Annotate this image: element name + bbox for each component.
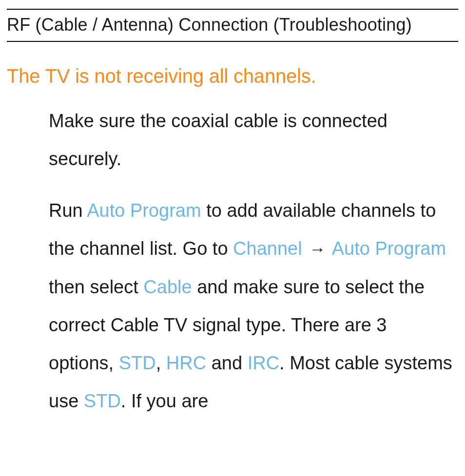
link-std[interactable]: STD: [119, 353, 156, 373]
issue-title: The TV is not receiving all channels.: [7, 65, 458, 87]
help-page: RF (Cable / Antenna) Connection (Trouble…: [0, 9, 465, 420]
link-auto-program-2[interactable]: Auto Program: [332, 238, 446, 259]
link-irc[interactable]: IRC: [248, 353, 279, 373]
arrow-icon: →: [307, 240, 328, 258]
link-channel[interactable]: Channel: [233, 238, 302, 259]
article-body: Make sure the coaxial cable is connected…: [7, 102, 458, 420]
link-hrc[interactable]: HRC: [166, 353, 206, 373]
text: ,: [156, 353, 166, 373]
text: and: [206, 353, 248, 373]
text: [302, 238, 308, 259]
text: . If you are: [121, 391, 209, 411]
link-std-2[interactable]: STD: [84, 391, 121, 411]
link-cable[interactable]: Cable: [143, 277, 192, 297]
link-auto-program[interactable]: Auto Program: [87, 200, 201, 221]
text: [328, 238, 331, 259]
paragraph-1: Make sure the coaxial cable is connected…: [49, 102, 455, 178]
text: then select: [49, 277, 143, 297]
paragraph-2: Run Auto Program to add available channe…: [49, 191, 455, 420]
section-title: RF (Cable / Antenna) Connection (Trouble…: [7, 10, 458, 42]
text: Run: [49, 200, 87, 221]
